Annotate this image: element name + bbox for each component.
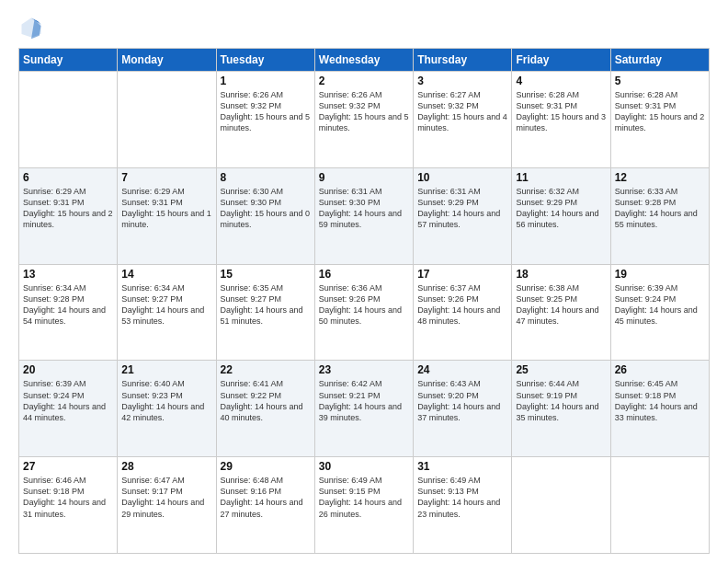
calendar-cell-2-6: 11Sunrise: 6:32 AM Sunset: 9:29 PM Dayli… <box>512 167 610 264</box>
day-number: 6 <box>23 171 113 184</box>
day-number: 4 <box>516 75 606 87</box>
calendar-header-friday: Friday <box>512 49 610 72</box>
calendar-cell-3-2: 14Sunrise: 6:34 AM Sunset: 9:27 PM Dayli… <box>118 264 216 361</box>
day-info: Sunrise: 6:38 AM Sunset: 9:25 PM Dayligh… <box>516 282 606 327</box>
calendar-cell-2-4: 9Sunrise: 6:31 AM Sunset: 9:30 PM Daylig… <box>314 167 413 264</box>
calendar-cell-5-2: 28Sunrise: 6:47 AM Sunset: 9:17 PM Dayli… <box>118 457 216 554</box>
day-info: Sunrise: 6:28 AM Sunset: 9:31 PM Dayligh… <box>615 89 705 134</box>
day-info: Sunrise: 6:37 AM Sunset: 9:26 PM Dayligh… <box>417 282 507 327</box>
calendar-cell-1-1 <box>19 72 118 168</box>
day-number: 16 <box>319 268 409 281</box>
calendar-cell-4-3: 22Sunrise: 6:41 AM Sunset: 9:22 PM Dayli… <box>216 361 314 457</box>
day-number: 29 <box>221 460 311 473</box>
calendar-header-saturday: Saturday <box>610 49 709 72</box>
calendar-header-monday: Monday <box>118 49 216 72</box>
calendar-week-4: 20Sunrise: 6:39 AM Sunset: 9:24 PM Dayli… <box>19 361 710 457</box>
header <box>18 15 710 40</box>
day-number: 15 <box>221 268 311 281</box>
day-number: 22 <box>221 363 311 376</box>
day-info: Sunrise: 6:42 AM Sunset: 9:21 PM Dayligh… <box>319 378 409 423</box>
calendar-cell-3-6: 18Sunrise: 6:38 AM Sunset: 9:25 PM Dayli… <box>512 264 610 361</box>
calendar-cell-2-7: 12Sunrise: 6:33 AM Sunset: 9:28 PM Dayli… <box>610 167 709 264</box>
day-info: Sunrise: 6:33 AM Sunset: 9:28 PM Dayligh… <box>615 186 705 231</box>
calendar-week-5: 27Sunrise: 6:46 AM Sunset: 9:18 PM Dayli… <box>19 457 710 554</box>
calendar-cell-4-1: 20Sunrise: 6:39 AM Sunset: 9:24 PM Dayli… <box>19 361 118 457</box>
calendar-cell-4-5: 24Sunrise: 6:43 AM Sunset: 9:20 PM Dayli… <box>414 361 512 457</box>
calendar-cell-2-2: 7Sunrise: 6:29 AM Sunset: 9:31 PM Daylig… <box>118 167 216 264</box>
day-number: 30 <box>319 460 409 473</box>
calendar-cell-1-7: 5Sunrise: 6:28 AM Sunset: 9:31 PM Daylig… <box>610 72 709 168</box>
calendar-cell-1-3: 1Sunrise: 6:26 AM Sunset: 9:32 PM Daylig… <box>216 72 314 168</box>
calendar-header-row: SundayMondayTuesdayWednesdayThursdayFrid… <box>19 49 710 72</box>
day-number: 21 <box>121 363 211 376</box>
day-number: 2 <box>319 75 409 87</box>
calendar-cell-1-4: 2Sunrise: 6:26 AM Sunset: 9:32 PM Daylig… <box>314 72 413 168</box>
day-number: 19 <box>615 268 705 281</box>
day-info: Sunrise: 6:43 AM Sunset: 9:20 PM Dayligh… <box>417 378 507 423</box>
day-info: Sunrise: 6:49 AM Sunset: 9:13 PM Dayligh… <box>417 475 507 520</box>
calendar-cell-2-3: 8Sunrise: 6:30 AM Sunset: 9:30 PM Daylig… <box>216 167 314 264</box>
day-number: 11 <box>516 171 606 184</box>
day-number: 26 <box>615 363 705 376</box>
calendar-week-3: 13Sunrise: 6:34 AM Sunset: 9:28 PM Dayli… <box>19 264 710 361</box>
calendar-cell-4-4: 23Sunrise: 6:42 AM Sunset: 9:21 PM Dayli… <box>314 361 413 457</box>
day-number: 18 <box>516 268 606 281</box>
calendar-cell-5-6 <box>512 457 610 554</box>
calendar-cell-5-1: 27Sunrise: 6:46 AM Sunset: 9:18 PM Dayli… <box>19 457 118 554</box>
day-info: Sunrise: 6:26 AM Sunset: 9:32 PM Dayligh… <box>319 89 409 134</box>
logo <box>18 15 48 40</box>
calendar-cell-5-5: 31Sunrise: 6:49 AM Sunset: 9:13 PM Dayli… <box>414 457 512 554</box>
calendar-week-1: 1Sunrise: 6:26 AM Sunset: 9:32 PM Daylig… <box>19 72 710 168</box>
day-info: Sunrise: 6:34 AM Sunset: 9:27 PM Dayligh… <box>121 282 211 327</box>
calendar-cell-3-7: 19Sunrise: 6:39 AM Sunset: 9:24 PM Dayli… <box>610 264 709 361</box>
calendar-cell-1-6: 4Sunrise: 6:28 AM Sunset: 9:31 PM Daylig… <box>512 72 610 168</box>
day-info: Sunrise: 6:35 AM Sunset: 9:27 PM Dayligh… <box>221 282 311 327</box>
day-info: Sunrise: 6:47 AM Sunset: 9:17 PM Dayligh… <box>121 475 211 520</box>
day-number: 25 <box>516 363 606 376</box>
day-info: Sunrise: 6:39 AM Sunset: 9:24 PM Dayligh… <box>23 378 113 423</box>
day-info: Sunrise: 6:30 AM Sunset: 9:30 PM Dayligh… <box>221 186 311 231</box>
calendar-cell-3-1: 13Sunrise: 6:34 AM Sunset: 9:28 PM Dayli… <box>19 264 118 361</box>
day-info: Sunrise: 6:40 AM Sunset: 9:23 PM Dayligh… <box>121 378 211 423</box>
day-number: 8 <box>221 171 311 184</box>
day-info: Sunrise: 6:32 AM Sunset: 9:29 PM Dayligh… <box>516 186 606 231</box>
day-number: 3 <box>417 75 507 87</box>
day-info: Sunrise: 6:34 AM Sunset: 9:28 PM Dayligh… <box>23 282 113 327</box>
page: SundayMondayTuesdayWednesdayThursdayFrid… <box>0 0 728 563</box>
day-info: Sunrise: 6:31 AM Sunset: 9:29 PM Dayligh… <box>417 186 507 231</box>
calendar-cell-5-3: 29Sunrise: 6:48 AM Sunset: 9:16 PM Dayli… <box>216 457 314 554</box>
day-info: Sunrise: 6:44 AM Sunset: 9:19 PM Dayligh… <box>516 378 606 423</box>
calendar-cell-3-5: 17Sunrise: 6:37 AM Sunset: 9:26 PM Dayli… <box>414 264 512 361</box>
calendar-header-thursday: Thursday <box>414 49 512 72</box>
day-info: Sunrise: 6:29 AM Sunset: 9:31 PM Dayligh… <box>23 186 113 231</box>
day-number: 28 <box>121 460 211 473</box>
day-number: 23 <box>319 363 409 376</box>
day-number: 17 <box>417 268 507 281</box>
calendar-header-sunday: Sunday <box>19 49 118 72</box>
day-number: 1 <box>221 75 311 87</box>
day-info: Sunrise: 6:31 AM Sunset: 9:30 PM Dayligh… <box>319 186 409 231</box>
calendar-cell-2-1: 6Sunrise: 6:29 AM Sunset: 9:31 PM Daylig… <box>19 167 118 264</box>
day-number: 20 <box>23 363 113 376</box>
day-number: 7 <box>121 171 211 184</box>
calendar-cell-4-2: 21Sunrise: 6:40 AM Sunset: 9:23 PM Dayli… <box>118 361 216 457</box>
day-number: 14 <box>121 268 211 281</box>
day-number: 31 <box>417 460 507 473</box>
day-info: Sunrise: 6:49 AM Sunset: 9:15 PM Dayligh… <box>319 475 409 520</box>
day-number: 5 <box>615 75 705 87</box>
calendar-header-wednesday: Wednesday <box>314 49 413 72</box>
day-number: 13 <box>23 268 113 281</box>
day-info: Sunrise: 6:29 AM Sunset: 9:31 PM Dayligh… <box>121 186 211 231</box>
calendar-cell-5-7 <box>610 457 709 554</box>
calendar-table: SundayMondayTuesdayWednesdayThursdayFrid… <box>18 48 710 554</box>
calendar-cell-2-5: 10Sunrise: 6:31 AM Sunset: 9:29 PM Dayli… <box>414 167 512 264</box>
day-info: Sunrise: 6:26 AM Sunset: 9:32 PM Dayligh… <box>221 89 311 134</box>
day-info: Sunrise: 6:46 AM Sunset: 9:18 PM Dayligh… <box>23 475 113 520</box>
calendar-cell-1-5: 3Sunrise: 6:27 AM Sunset: 9:32 PM Daylig… <box>414 72 512 168</box>
day-info: Sunrise: 6:28 AM Sunset: 9:31 PM Dayligh… <box>516 89 606 134</box>
day-info: Sunrise: 6:39 AM Sunset: 9:24 PM Dayligh… <box>615 282 705 327</box>
calendar-cell-1-2 <box>118 72 216 168</box>
calendar-cell-3-3: 15Sunrise: 6:35 AM Sunset: 9:27 PM Dayli… <box>216 264 314 361</box>
calendar-header-tuesday: Tuesday <box>216 49 314 72</box>
calendar-cell-5-4: 30Sunrise: 6:49 AM Sunset: 9:15 PM Dayli… <box>314 457 413 554</box>
